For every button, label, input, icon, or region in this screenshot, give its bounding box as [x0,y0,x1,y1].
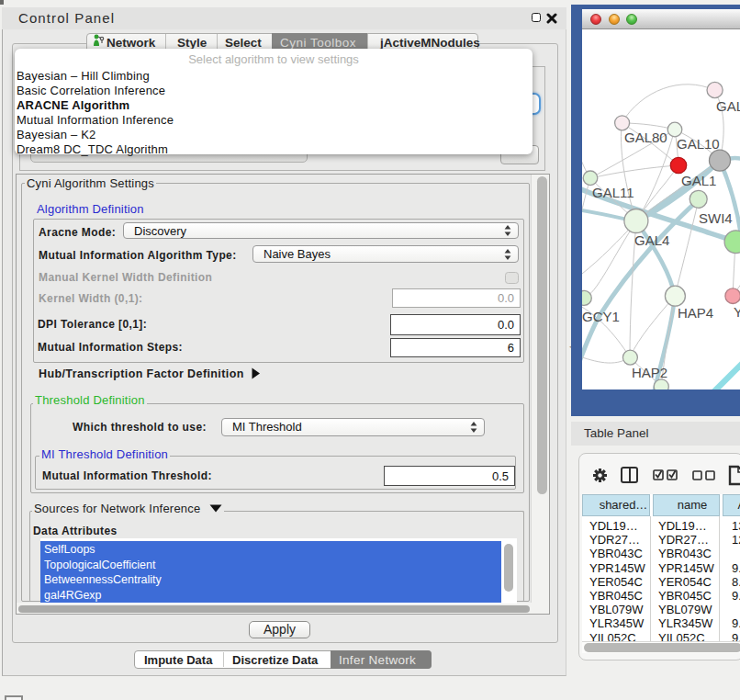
svg-text:HAP4: HAP4 [678,305,713,321]
svg-text:Y: Y [734,304,740,320]
svg-text:SWI4: SWI4 [699,210,733,226]
svg-text:GAL80: GAL80 [624,130,667,145]
svg-text:GAL2: GAL2 [716,98,740,114]
svg-text:GCY1: GCY1 [582,309,620,324]
svg-text:GAL11: GAL11 [592,185,634,200]
svg-text:HAP2: HAP2 [632,365,667,380]
svg-text:GAL4: GAL4 [634,232,669,248]
svg-text:GAL1: GAL1 [681,173,716,188]
svg-text:GAL10: GAL10 [677,136,720,152]
